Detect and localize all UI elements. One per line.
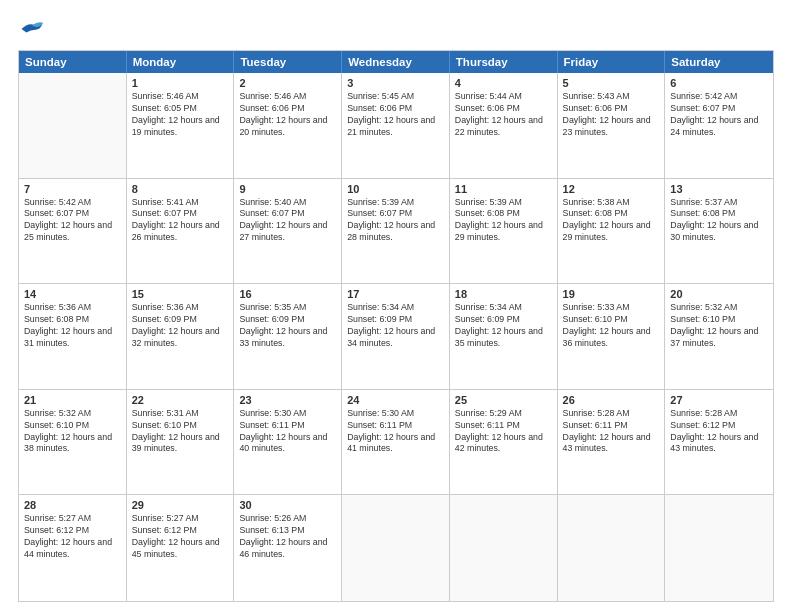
calendar-body: 1Sunrise: 5:46 AMSunset: 6:05 PMDaylight… xyxy=(19,73,773,601)
cell-day-number: 28 xyxy=(24,499,121,511)
calendar-cell: 29Sunrise: 5:27 AMSunset: 6:12 PMDayligh… xyxy=(127,495,235,601)
header-day-monday: Monday xyxy=(127,51,235,73)
header-day-wednesday: Wednesday xyxy=(342,51,450,73)
cell-info: Sunrise: 5:34 AMSunset: 6:09 PMDaylight:… xyxy=(455,302,552,350)
calendar-cell xyxy=(19,73,127,178)
calendar-cell: 18Sunrise: 5:34 AMSunset: 6:09 PMDayligh… xyxy=(450,284,558,389)
calendar-cell: 19Sunrise: 5:33 AMSunset: 6:10 PMDayligh… xyxy=(558,284,666,389)
cell-info: Sunrise: 5:46 AMSunset: 6:05 PMDaylight:… xyxy=(132,91,229,139)
calendar-cell: 26Sunrise: 5:28 AMSunset: 6:11 PMDayligh… xyxy=(558,390,666,495)
cell-info: Sunrise: 5:34 AMSunset: 6:09 PMDaylight:… xyxy=(347,302,444,350)
calendar-cell: 1Sunrise: 5:46 AMSunset: 6:05 PMDaylight… xyxy=(127,73,235,178)
calendar-cell: 28Sunrise: 5:27 AMSunset: 6:12 PMDayligh… xyxy=(19,495,127,601)
cell-info: Sunrise: 5:39 AMSunset: 6:08 PMDaylight:… xyxy=(455,197,552,245)
cell-info: Sunrise: 5:28 AMSunset: 6:12 PMDaylight:… xyxy=(670,408,768,456)
cell-day-number: 22 xyxy=(132,394,229,406)
calendar-cell: 14Sunrise: 5:36 AMSunset: 6:08 PMDayligh… xyxy=(19,284,127,389)
calendar-cell: 20Sunrise: 5:32 AMSunset: 6:10 PMDayligh… xyxy=(665,284,773,389)
calendar-cell: 11Sunrise: 5:39 AMSunset: 6:08 PMDayligh… xyxy=(450,179,558,284)
cell-day-number: 27 xyxy=(670,394,768,406)
cell-info: Sunrise: 5:30 AMSunset: 6:11 PMDaylight:… xyxy=(239,408,336,456)
cell-info: Sunrise: 5:39 AMSunset: 6:07 PMDaylight:… xyxy=(347,197,444,245)
calendar-header: SundayMondayTuesdayWednesdayThursdayFrid… xyxy=(19,51,773,73)
calendar-cell: 15Sunrise: 5:36 AMSunset: 6:09 PMDayligh… xyxy=(127,284,235,389)
cell-day-number: 6 xyxy=(670,77,768,89)
calendar-cell xyxy=(558,495,666,601)
cell-info: Sunrise: 5:40 AMSunset: 6:07 PMDaylight:… xyxy=(239,197,336,245)
calendar-cell: 6Sunrise: 5:42 AMSunset: 6:07 PMDaylight… xyxy=(665,73,773,178)
cell-day-number: 11 xyxy=(455,183,552,195)
header-day-saturday: Saturday xyxy=(665,51,773,73)
cell-day-number: 21 xyxy=(24,394,121,406)
cell-day-number: 12 xyxy=(563,183,660,195)
header-day-thursday: Thursday xyxy=(450,51,558,73)
cell-info: Sunrise: 5:27 AMSunset: 6:12 PMDaylight:… xyxy=(132,513,229,561)
cell-info: Sunrise: 5:38 AMSunset: 6:08 PMDaylight:… xyxy=(563,197,660,245)
week-row-1: 1Sunrise: 5:46 AMSunset: 6:05 PMDaylight… xyxy=(19,73,773,179)
calendar-cell: 30Sunrise: 5:26 AMSunset: 6:13 PMDayligh… xyxy=(234,495,342,601)
cell-info: Sunrise: 5:44 AMSunset: 6:06 PMDaylight:… xyxy=(455,91,552,139)
cell-info: Sunrise: 5:36 AMSunset: 6:08 PMDaylight:… xyxy=(24,302,121,350)
cell-day-number: 14 xyxy=(24,288,121,300)
calendar-cell: 8Sunrise: 5:41 AMSunset: 6:07 PMDaylight… xyxy=(127,179,235,284)
calendar-cell: 27Sunrise: 5:28 AMSunset: 6:12 PMDayligh… xyxy=(665,390,773,495)
week-row-3: 14Sunrise: 5:36 AMSunset: 6:08 PMDayligh… xyxy=(19,284,773,390)
cell-info: Sunrise: 5:43 AMSunset: 6:06 PMDaylight:… xyxy=(563,91,660,139)
calendar-cell: 17Sunrise: 5:34 AMSunset: 6:09 PMDayligh… xyxy=(342,284,450,389)
cell-info: Sunrise: 5:32 AMSunset: 6:10 PMDaylight:… xyxy=(670,302,768,350)
calendar-cell xyxy=(665,495,773,601)
calendar-cell: 2Sunrise: 5:46 AMSunset: 6:06 PMDaylight… xyxy=(234,73,342,178)
cell-info: Sunrise: 5:46 AMSunset: 6:06 PMDaylight:… xyxy=(239,91,336,139)
calendar-cell: 12Sunrise: 5:38 AMSunset: 6:08 PMDayligh… xyxy=(558,179,666,284)
cell-info: Sunrise: 5:31 AMSunset: 6:10 PMDaylight:… xyxy=(132,408,229,456)
cell-day-number: 7 xyxy=(24,183,121,195)
cell-day-number: 5 xyxy=(563,77,660,89)
week-row-2: 7Sunrise: 5:42 AMSunset: 6:07 PMDaylight… xyxy=(19,179,773,285)
cell-day-number: 15 xyxy=(132,288,229,300)
cell-day-number: 8 xyxy=(132,183,229,195)
calendar-cell: 5Sunrise: 5:43 AMSunset: 6:06 PMDaylight… xyxy=(558,73,666,178)
calendar-cell: 16Sunrise: 5:35 AMSunset: 6:09 PMDayligh… xyxy=(234,284,342,389)
cell-info: Sunrise: 5:41 AMSunset: 6:07 PMDaylight:… xyxy=(132,197,229,245)
calendar-cell: 21Sunrise: 5:32 AMSunset: 6:10 PMDayligh… xyxy=(19,390,127,495)
header xyxy=(18,18,774,40)
logo-bird-icon xyxy=(18,18,46,40)
calendar-cell: 13Sunrise: 5:37 AMSunset: 6:08 PMDayligh… xyxy=(665,179,773,284)
calendar-cell: 22Sunrise: 5:31 AMSunset: 6:10 PMDayligh… xyxy=(127,390,235,495)
cell-day-number: 19 xyxy=(563,288,660,300)
cell-day-number: 10 xyxy=(347,183,444,195)
cell-day-number: 2 xyxy=(239,77,336,89)
cell-day-number: 25 xyxy=(455,394,552,406)
cell-info: Sunrise: 5:37 AMSunset: 6:08 PMDaylight:… xyxy=(670,197,768,245)
cell-info: Sunrise: 5:45 AMSunset: 6:06 PMDaylight:… xyxy=(347,91,444,139)
cell-info: Sunrise: 5:26 AMSunset: 6:13 PMDaylight:… xyxy=(239,513,336,561)
cell-info: Sunrise: 5:29 AMSunset: 6:11 PMDaylight:… xyxy=(455,408,552,456)
calendar: SundayMondayTuesdayWednesdayThursdayFrid… xyxy=(18,50,774,602)
week-row-4: 21Sunrise: 5:32 AMSunset: 6:10 PMDayligh… xyxy=(19,390,773,496)
cell-day-number: 20 xyxy=(670,288,768,300)
cell-info: Sunrise: 5:42 AMSunset: 6:07 PMDaylight:… xyxy=(670,91,768,139)
calendar-cell: 23Sunrise: 5:30 AMSunset: 6:11 PMDayligh… xyxy=(234,390,342,495)
cell-info: Sunrise: 5:33 AMSunset: 6:10 PMDaylight:… xyxy=(563,302,660,350)
calendar-cell: 4Sunrise: 5:44 AMSunset: 6:06 PMDaylight… xyxy=(450,73,558,178)
cell-day-number: 24 xyxy=(347,394,444,406)
page: SundayMondayTuesdayWednesdayThursdayFrid… xyxy=(0,0,792,612)
cell-info: Sunrise: 5:27 AMSunset: 6:12 PMDaylight:… xyxy=(24,513,121,561)
cell-day-number: 3 xyxy=(347,77,444,89)
week-row-5: 28Sunrise: 5:27 AMSunset: 6:12 PMDayligh… xyxy=(19,495,773,601)
cell-info: Sunrise: 5:30 AMSunset: 6:11 PMDaylight:… xyxy=(347,408,444,456)
cell-info: Sunrise: 5:42 AMSunset: 6:07 PMDaylight:… xyxy=(24,197,121,245)
cell-info: Sunrise: 5:32 AMSunset: 6:10 PMDaylight:… xyxy=(24,408,121,456)
calendar-cell: 25Sunrise: 5:29 AMSunset: 6:11 PMDayligh… xyxy=(450,390,558,495)
calendar-cell: 9Sunrise: 5:40 AMSunset: 6:07 PMDaylight… xyxy=(234,179,342,284)
cell-info: Sunrise: 5:35 AMSunset: 6:09 PMDaylight:… xyxy=(239,302,336,350)
cell-day-number: 4 xyxy=(455,77,552,89)
cell-day-number: 26 xyxy=(563,394,660,406)
cell-info: Sunrise: 5:28 AMSunset: 6:11 PMDaylight:… xyxy=(563,408,660,456)
calendar-cell xyxy=(342,495,450,601)
cell-day-number: 16 xyxy=(239,288,336,300)
calendar-cell xyxy=(450,495,558,601)
general-blue-logo xyxy=(18,18,50,40)
cell-day-number: 17 xyxy=(347,288,444,300)
header-day-sunday: Sunday xyxy=(19,51,127,73)
